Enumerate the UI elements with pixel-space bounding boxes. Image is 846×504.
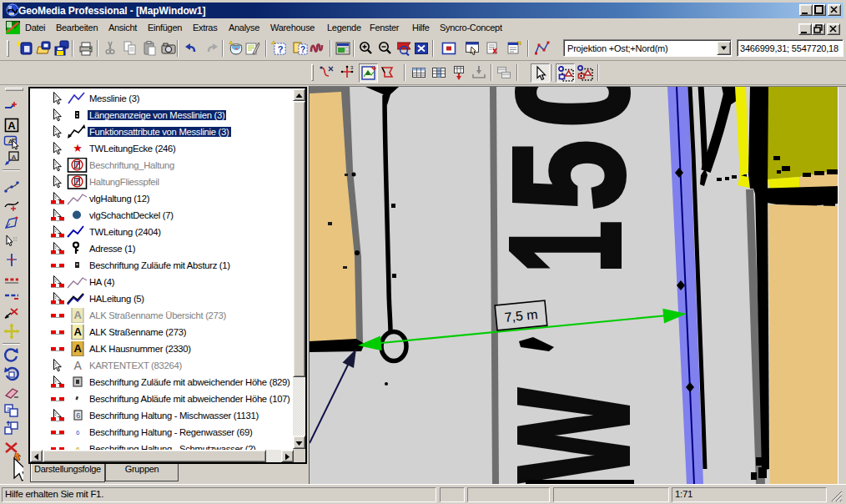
svg-text:W: W xyxy=(486,389,660,482)
svg-text:★: ★ xyxy=(73,142,82,154)
svg-text:6: 6 xyxy=(76,411,80,420)
svg-text:A: A xyxy=(12,154,17,161)
svg-text:A: A xyxy=(73,309,82,321)
svg-text:3: 3 xyxy=(350,65,354,70)
svg-text:6: 6 xyxy=(76,429,80,436)
svg-text:0: 0 xyxy=(486,87,660,128)
svg-text:A: A xyxy=(73,325,82,338)
svg-text:5: 5 xyxy=(481,140,656,210)
svg-text:?: ? xyxy=(300,45,305,54)
svg-text:A: A xyxy=(8,119,16,132)
svg-text:A: A xyxy=(73,342,82,355)
svg-text:1: 1 xyxy=(477,221,652,273)
svg-text:?: ? xyxy=(278,44,284,54)
svg-text:A: A xyxy=(73,359,82,372)
